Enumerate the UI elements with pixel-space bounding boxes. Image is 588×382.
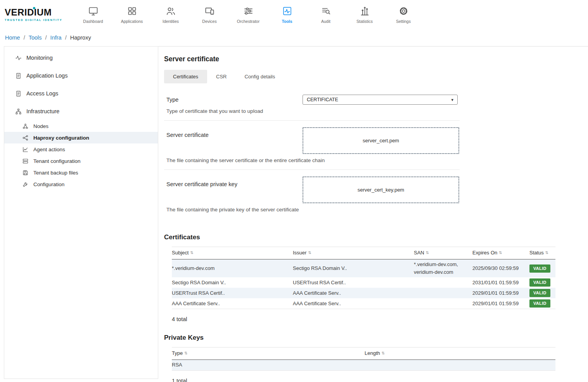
- sidebar-item-label: Application Logs: [26, 73, 67, 79]
- sidebar-item-haproxy-configuration[interactable]: Haproxy configuration: [4, 132, 158, 143]
- status-badge: VALID: [529, 264, 550, 273]
- cell-type: RSA: [172, 361, 365, 369]
- main-nav: Dashboard Applications Identities Device…: [74, 6, 423, 24]
- sidebar-item-configuration[interactable]: Configuration: [4, 178, 158, 190]
- grid-icon: [127, 6, 137, 16]
- server-certificate-dropzone[interactable]: server_cert.pem: [303, 127, 459, 154]
- cell-issuer: AAA Certificate Serv..: [293, 300, 414, 308]
- breadcrumb-tools[interactable]: Tools: [29, 35, 42, 41]
- table-row: USERTrust RSA Certif.. AAA Certificate S…: [172, 288, 555, 298]
- column-header-length[interactable]: Length: [365, 350, 555, 356]
- nav-label: Audit: [321, 19, 330, 24]
- column-header-type[interactable]: Type: [172, 350, 365, 356]
- certificates-table-header: Subject Issuer SAN Expires On Status: [172, 247, 555, 259]
- sidebar-item-nodes[interactable]: Nodes: [4, 120, 158, 132]
- server-icon: [22, 158, 29, 164]
- sidebar-item-application-logs[interactable]: Application Logs: [4, 67, 158, 85]
- nav-item-statistics[interactable]: Statistics: [345, 6, 384, 24]
- cell-issuer: Sectigo RSA Domain V..: [293, 264, 414, 272]
- nav-item-devices[interactable]: Devices: [190, 6, 229, 24]
- activity-icon: [15, 55, 22, 61]
- certificates-table-body: *.veridium-dev.com Sectigo RSA Domain V.…: [172, 259, 555, 309]
- cell-expires: 2029/01/01 01:59:59: [472, 289, 529, 297]
- hierarchy-icon: [15, 108, 22, 115]
- breadcrumb-infra[interactable]: Infra: [50, 35, 62, 41]
- sidebar-item-label: Agent actions: [33, 147, 65, 152]
- cell-expires: 2031/01/01 01:59:59: [472, 279, 529, 287]
- breadcrumb-current: Haproxy: [70, 35, 91, 41]
- column-header-status[interactable]: Status: [529, 250, 555, 256]
- column-header-expires-on[interactable]: Expires On: [472, 250, 529, 256]
- veridium-logo: VERIDIUM TRUSTED DIGITAL IDENTITY: [5, 8, 74, 22]
- sidebar-item-tenant-configuration[interactable]: Tenant configuration: [4, 155, 158, 167]
- table-row: RSA: [172, 360, 555, 370]
- certificate-type-select[interactable]: CERTIFICATE ▾: [303, 95, 458, 105]
- breadcrumb-home[interactable]: Home: [5, 35, 20, 41]
- monitor-icon: [88, 6, 99, 16]
- nav-label: Settings: [396, 19, 411, 24]
- nav-item-identities[interactable]: Identities: [151, 6, 190, 24]
- sidebar-item-access-logs[interactable]: Access Logs: [4, 85, 158, 102]
- document-icon: [15, 90, 22, 97]
- private-keys-section: Private Keys Type Length RSA 1 total: [164, 334, 580, 382]
- sidebar-item-label: Nodes: [33, 123, 48, 129]
- server-certificate-filename: server_cert.pem: [363, 138, 399, 143]
- private-key-label: Server certificate private key: [164, 176, 303, 187]
- network-share-icon: [22, 135, 29, 141]
- sidebar-item-agent-actions[interactable]: Agent actions: [4, 143, 158, 155]
- breadcrumb-separator: /: [45, 35, 47, 41]
- tab-certificates[interactable]: Certificates: [164, 70, 207, 83]
- sidebar-item-infrastructure[interactable]: Infrastructure: [4, 102, 158, 120]
- main-panel: Server certificate Certificates CSR Conf…: [158, 46, 588, 379]
- nodes-icon: [22, 123, 29, 130]
- wrench-icon: [22, 181, 29, 188]
- private-keys-table-body: RSA: [172, 360, 555, 370]
- table-row: AAA Certificate Serv.. AAA Certificate S…: [172, 298, 555, 309]
- column-header-issuer[interactable]: Issuer: [293, 250, 414, 256]
- document-icon: [15, 73, 22, 79]
- column-header-san[interactable]: SAN: [414, 250, 472, 256]
- brand-name: VERIDIUM: [5, 8, 74, 17]
- status-badge: VALID: [529, 299, 550, 308]
- private-key-row: Server certificate private key server_ce…: [164, 170, 460, 219]
- tab-csr[interactable]: CSR: [207, 70, 235, 83]
- brand-tagline: TRUSTED DIGITAL IDENTITY: [5, 18, 74, 22]
- nav-item-applications[interactable]: Applications: [112, 6, 151, 24]
- nav-item-orchestrator[interactable]: Orchestrator: [229, 6, 268, 24]
- server-certificate-row: Server certificate server_cert.pem The f…: [164, 121, 460, 170]
- tab-bar: Certificates CSR Config details: [164, 70, 580, 83]
- breadcrumb: Home / Tools / Infra / Haproxy: [0, 29, 588, 46]
- cell-issuer: USERTrust RSA Certif..: [293, 279, 414, 287]
- cell-subject: Sectigo RSA Domain V..: [172, 279, 293, 287]
- line-chart-icon: [22, 146, 29, 153]
- nav-label: Identities: [163, 19, 179, 24]
- nav-item-tools[interactable]: Tools: [268, 6, 306, 24]
- top-navigation: VERIDIUM TRUSTED DIGITAL IDENTITY Dashbo…: [0, 0, 588, 29]
- nav-label: Applications: [121, 19, 143, 24]
- server-certificate-label: Server certificate: [164, 127, 303, 138]
- devices-icon: [204, 6, 215, 16]
- sidebar-item-tenant-backup-files[interactable]: Tenant backup files: [4, 167, 158, 178]
- column-header-subject[interactable]: Subject: [172, 250, 293, 256]
- table-row: Sectigo RSA Domain V.. USERTrust RSA Cer…: [172, 277, 555, 288]
- tab-config-details[interactable]: Config details: [235, 70, 284, 83]
- nav-item-audit[interactable]: Audit: [306, 6, 345, 24]
- page-title: Server certificate: [164, 55, 580, 63]
- sidebar-item-monitoring[interactable]: Monitoring: [4, 49, 158, 67]
- nav-item-dashboard[interactable]: Dashboard: [74, 6, 112, 24]
- nav-label: Dashboard: [83, 19, 103, 24]
- audit-search-icon: [321, 6, 331, 16]
- type-help-text: Type of certificate that you want to upl…: [166, 108, 460, 114]
- type-label: Type: [164, 97, 303, 103]
- certificates-table: Subject Issuer SAN Expires On Status *.v…: [172, 247, 555, 309]
- nav-item-settings[interactable]: Settings: [384, 6, 423, 24]
- nav-label: Devices: [202, 19, 216, 24]
- pulse-square-icon: [282, 6, 292, 16]
- private-key-filename: server_cert_key.pem: [358, 187, 404, 193]
- private-key-dropzone[interactable]: server_cert_key.pem: [303, 176, 459, 203]
- private-key-help-text: The file containing the private key of t…: [166, 207, 460, 213]
- sidebar-item-label: Monitoring: [26, 55, 53, 61]
- gear-icon: [398, 6, 409, 16]
- sidebar-item-label: Infrastructure: [26, 108, 59, 114]
- private-keys-table-header: Type Length: [172, 347, 555, 360]
